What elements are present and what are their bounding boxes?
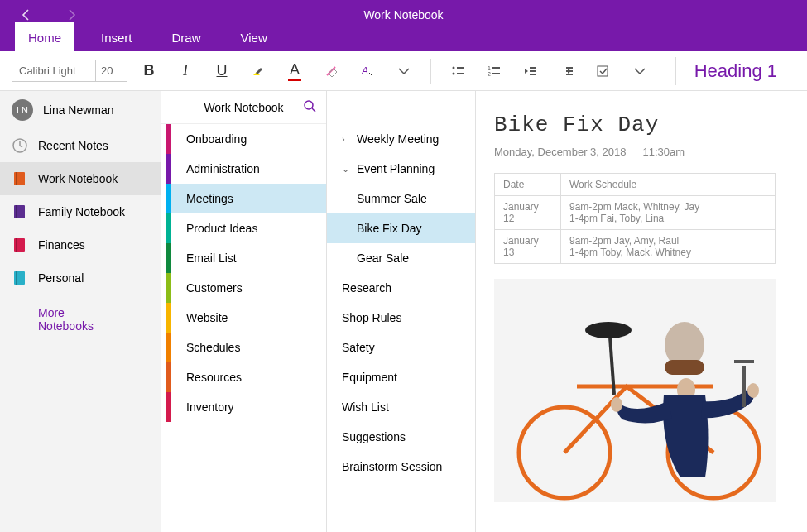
recent-notes-label: Recent Notes: [38, 139, 108, 152]
chevron-icon: ›: [342, 134, 352, 144]
svg-rect-19: [14, 205, 25, 218]
notebook-item[interactable]: Finances: [0, 228, 161, 261]
page-label: Summer Sale: [357, 192, 427, 205]
italic-button[interactable]: I: [171, 56, 200, 86]
tab-view[interactable]: View: [228, 22, 281, 51]
more-font-button[interactable]: [389, 56, 419, 86]
underline-button[interactable]: U: [207, 56, 237, 86]
table-header: Date: [495, 174, 561, 196]
section-item[interactable]: Resources: [166, 362, 326, 392]
page-label: Weekly Meeting: [357, 132, 439, 146]
avatar: LN: [12, 99, 33, 121]
embedded-image: [494, 279, 776, 502]
page-item[interactable]: Summer Sale: [327, 184, 475, 213]
section-item[interactable]: Email List: [166, 243, 326, 273]
section-item[interactable]: Onboarding: [166, 124, 326, 154]
svg-rect-21: [14, 238, 25, 252]
indent-button[interactable]: [552, 56, 582, 86]
outdent-button[interactable]: [516, 56, 545, 86]
notebook-icon: [12, 237, 28, 253]
font-color-button[interactable]: A: [280, 56, 310, 86]
pages-header: [327, 91, 475, 124]
heading-style-dropdown[interactable]: Heading 1: [675, 57, 795, 85]
chevron-icon: ⌄: [342, 164, 352, 175]
page-item[interactable]: Research: [327, 273, 475, 303]
table-cell[interactable]: 9am-2pm Jay, Amy, Raul1-4pm Toby, Mack, …: [561, 230, 776, 264]
svg-rect-17: [14, 172, 25, 185]
todo-tag-button[interactable]: [588, 56, 618, 86]
table-cell[interactable]: January 12: [495, 196, 561, 230]
svg-text:2: 2: [488, 71, 491, 77]
font-name-input[interactable]: [12, 60, 95, 81]
user-name: Lina Newman: [43, 103, 114, 117]
page-label: Research: [342, 281, 391, 295]
svg-rect-22: [16, 238, 17, 252]
tab-insert[interactable]: Insert: [88, 22, 146, 51]
notebook-label: Family Notebook: [38, 205, 125, 218]
notebook-icon: [12, 170, 28, 187]
page-date: Monday, December 3, 2018: [494, 146, 626, 158]
section-item[interactable]: Website: [166, 303, 326, 333]
notebook-label: Personal: [38, 271, 84, 285]
svg-rect-9: [530, 67, 536, 69]
table-cell[interactable]: January 13: [495, 230, 561, 264]
font-size-input[interactable]: [95, 60, 127, 81]
section-item[interactable]: Meetings: [166, 184, 326, 213]
page-item[interactable]: Bike Fix Day: [327, 213, 475, 243]
search-icon[interactable]: [303, 99, 316, 115]
clock-icon: [12, 137, 28, 154]
bold-button[interactable]: B: [134, 56, 164, 86]
section-item[interactable]: Product Ideas: [166, 213, 326, 243]
tab-home[interactable]: Home: [15, 22, 74, 51]
page-label: Event Planning: [357, 162, 435, 175]
page-item[interactable]: Gear Sale: [327, 243, 475, 273]
svg-rect-35: [742, 366, 746, 407]
page-item[interactable]: Wish List: [327, 392, 475, 422]
notebook-item[interactable]: Work Notebook: [0, 162, 161, 195]
schedule-table[interactable]: Date Work Schedule January 129am-2pm Mac…: [494, 173, 776, 264]
page-item[interactable]: Brainstorm Session: [327, 452, 475, 482]
section-item[interactable]: Inventory: [166, 392, 326, 422]
notebook-item[interactable]: Family Notebook: [0, 195, 161, 228]
svg-point-29: [585, 322, 632, 338]
page-item[interactable]: Suggestions: [327, 422, 475, 452]
highlight-button[interactable]: [243, 56, 273, 86]
page-title[interactable]: Bike Fix Day: [494, 113, 789, 137]
svg-rect-18: [16, 172, 17, 185]
notebook-label: Finances: [38, 238, 85, 252]
ribbon-divider: [430, 59, 431, 84]
svg-rect-13: [566, 70, 573, 72]
numbering-button[interactable]: 12: [479, 56, 509, 86]
table-cell[interactable]: 9am-2pm Mack, Whitney, Jay1-4pm Fai, Tob…: [561, 196, 776, 230]
table-row[interactable]: January 139am-2pm Jay, Amy, Raul1-4pm To…: [495, 230, 776, 264]
bullets-button[interactable]: [443, 56, 473, 86]
more-notebooks-link[interactable]: More Notebooks: [0, 295, 161, 344]
note-canvas[interactable]: Bike Fix Day Monday, December 3, 2018 11…: [476, 91, 807, 532]
notebook-label: Work Notebook: [38, 172, 118, 185]
more-paragraph-button[interactable]: [625, 56, 655, 86]
page-item[interactable]: Safety: [327, 333, 475, 362]
page-label: Brainstorm Session: [342, 460, 442, 473]
svg-rect-12: [566, 67, 573, 69]
page-label: Shop Rules: [342, 311, 401, 324]
svg-text:A: A: [361, 65, 368, 77]
svg-rect-8: [492, 73, 500, 74]
notebook-item[interactable]: Personal: [0, 261, 161, 295]
recent-notes[interactable]: Recent Notes: [0, 129, 161, 162]
format-painter-button[interactable]: A: [353, 56, 382, 86]
svg-rect-23: [14, 271, 25, 285]
page-label: Suggestions: [342, 430, 406, 443]
page-label: Equipment: [342, 371, 397, 384]
page-item[interactable]: ›Weekly Meeting: [327, 124, 475, 154]
page-item[interactable]: Equipment: [327, 362, 475, 392]
page-item[interactable]: Shop Rules: [327, 303, 475, 333]
page-item[interactable]: ⌄Event Planning: [327, 154, 475, 184]
section-item[interactable]: Schedules: [166, 333, 326, 362]
tab-draw[interactable]: Draw: [159, 22, 214, 51]
clear-formatting-button[interactable]: [316, 56, 346, 86]
section-item[interactable]: Administration: [166, 154, 326, 184]
page-time: 11:30am: [642, 146, 685, 158]
table-row[interactable]: January 129am-2pm Mack, Whitney, Jay1-4p…: [495, 196, 776, 230]
account-row[interactable]: LN Lina Newman: [0, 91, 161, 129]
section-item[interactable]: Customers: [166, 273, 326, 303]
